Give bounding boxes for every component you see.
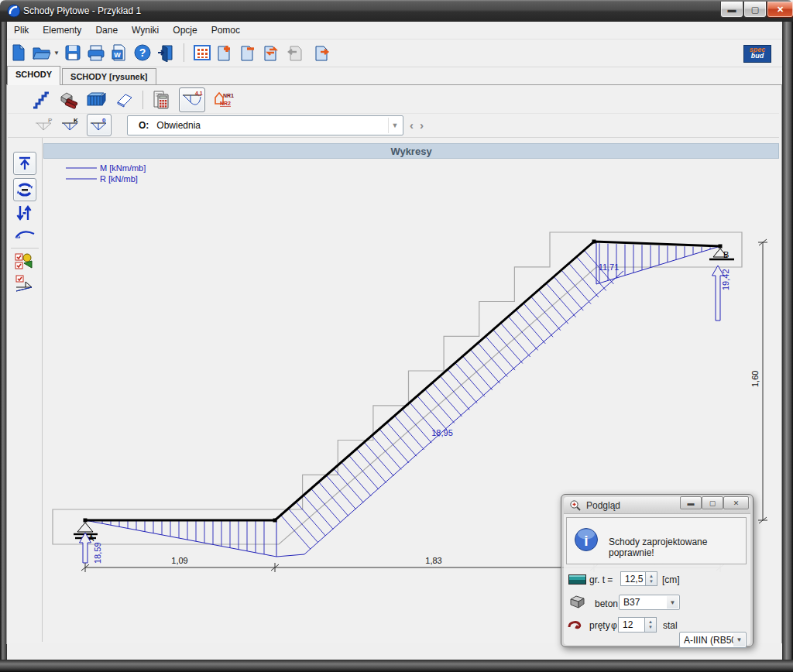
prev-diagram-chevron[interactable]: ‹ [410, 119, 414, 131]
phi-symbol: φ [611, 620, 617, 631]
dialog-close-button[interactable]: ✕ [723, 496, 749, 509]
info-icon: i [574, 527, 599, 552]
remove-element-button[interactable] [237, 42, 260, 63]
chevron-down-icon[interactable]: ▼ [733, 633, 745, 646]
remove-element-icon [239, 43, 258, 62]
dim-span2-label: 1,83 [425, 556, 441, 565]
app-icon [7, 4, 21, 18]
menu-wyniki[interactable]: Wyniki [125, 22, 166, 38]
concrete-label: beton [595, 598, 618, 609]
close-button[interactable]: ✕ [767, 2, 793, 18]
svg-text:?: ? [139, 46, 146, 59]
maximize-button[interactable]: ▢ [743, 2, 767, 18]
tab-bar: SCHODY SCHODY [rysunek] [7, 67, 782, 85]
bars-diameter-input[interactable]: 12 [618, 617, 645, 633]
bars-label: pręty [589, 620, 610, 631]
bars-spinner[interactable]: ▲▼ [645, 617, 657, 633]
eraser-button[interactable] [113, 89, 136, 111]
preview-dialog[interactable]: Podgląd ▬ ▢ ✕ i Schody zaprojektowane po… [561, 494, 754, 647]
new-document-icon [10, 43, 27, 62]
table-grid-icon [193, 44, 211, 61]
export-word-button[interactable]: W [108, 42, 131, 63]
add-element-icon [216, 43, 235, 62]
title-bar[interactable]: Schody Płytowe - Przykład 1 ▬ ▢ ✕ [0, 0, 793, 22]
dim-height-label: 1,60 [750, 371, 760, 387]
k-diagram-button[interactable]: K [59, 115, 82, 136]
next-diagram-chevron[interactable]: › [420, 119, 424, 131]
application-window: Schody Płytowe - Przykład 1 ▬ ▢ ✕ Plik E… [0, 0, 793, 672]
structure-nodes [84, 240, 723, 523]
dialog-maximize-button[interactable]: ▢ [702, 496, 723, 509]
view-toolbar [7, 138, 43, 642]
replace-element-button[interactable] [260, 42, 283, 63]
rotate-view-button[interactable] [13, 178, 36, 201]
envelope-diagram-button[interactable]: 0 [87, 114, 112, 136]
minimize-button[interactable]: ▬ [720, 2, 743, 18]
materials-button[interactable] [57, 89, 81, 111]
legend-m-label: M [kNm/mb] [100, 163, 146, 173]
new-document-button[interactable] [7, 42, 30, 63]
tab-schody-rysunek[interactable]: SCHODY [rysunek] [62, 68, 156, 85]
tab-schody[interactable]: SCHODY [7, 66, 60, 85]
scroll-top-button[interactable] [13, 152, 36, 175]
menu-pomoc[interactable]: Pomoc [204, 22, 247, 38]
thickness-spinner[interactable]: ▲▼ [646, 571, 657, 586]
word-document-icon: W [111, 43, 128, 62]
diagram-select-toolbar: P K 0 O: Obwiednia ▼ ‹ › [8, 113, 779, 138]
load-cases-button[interactable]: NR1 NR2 [211, 89, 235, 111]
chart-title: Wykresy [390, 146, 431, 157]
svg-text:W: W [114, 51, 121, 59]
undo-button[interactable] [283, 42, 307, 63]
envelope-diagram-icon: 0 [89, 116, 109, 135]
menu-elementy[interactable]: Elementy [36, 22, 88, 38]
menu-plik[interactable]: Plik [7, 22, 36, 38]
open-dropdown-caret[interactable]: ▼ [53, 50, 60, 57]
exit-button[interactable] [154, 42, 177, 63]
chevron-down-icon[interactable]: ▼ [388, 118, 401, 133]
stairs-icon [32, 91, 50, 109]
save-icon [64, 44, 81, 61]
stairs-3d-button[interactable] [85, 89, 108, 111]
reaction-a-value: 18,59 [93, 542, 102, 564]
support-curve-icon [15, 226, 35, 242]
thickness-value: 12,5 [625, 574, 643, 585]
save-button[interactable] [61, 42, 84, 63]
steel-combobox[interactable]: A-IIIN (RB500W) ▼ [679, 632, 747, 648]
add-element-button[interactable] [214, 42, 237, 63]
svg-text:i: i [584, 533, 588, 549]
p-diagram-button[interactable]: P [33, 115, 56, 136]
main-toolbar: ▼ W ? [7, 39, 782, 67]
envelope-combobox[interactable]: O: Obwiednia ▼ [127, 115, 403, 135]
svg-text:NR2: NR2 [220, 101, 231, 106]
replace-element-icon [263, 43, 281, 62]
concrete-cube-icon [569, 595, 586, 609]
stairs-toolbar: 4,1 NR1 NR2 [8, 87, 779, 114]
fit-vertical-button[interactable] [15, 204, 33, 225]
dialog-title: Podgląd [586, 500, 620, 511]
scroll-top-icon [17, 156, 33, 171]
export-element-button[interactable] [311, 42, 335, 63]
calculator-button[interactable] [149, 89, 173, 111]
materials-icon [59, 91, 79, 109]
dialog-minimize-button[interactable]: ▬ [680, 496, 702, 509]
open-document-button[interactable]: ▼ [30, 42, 61, 63]
toolbar-separator [184, 43, 184, 62]
moment-corner-value: 11,71 [599, 262, 620, 272]
browse-table-button[interactable] [191, 42, 214, 63]
chevron-down-icon[interactable]: ▼ [667, 596, 678, 609]
thickness-input[interactable]: 12,5 [620, 571, 646, 586]
stairs-geometry-button[interactable] [29, 89, 53, 111]
reaction-b-value: 19,42 [721, 269, 730, 290]
moment-flight-value: 18,95 [431, 428, 453, 437]
help-button[interactable]: ? [131, 42, 154, 63]
design-wizard-button[interactable] [15, 252, 35, 274]
slab-thickness-icon [568, 574, 586, 585]
print-button[interactable] [84, 42, 108, 63]
support-view-button[interactable] [15, 226, 35, 245]
concrete-combobox[interactable]: B37 ▼ [619, 595, 680, 610]
menu-dane[interactable]: Dane [88, 22, 125, 38]
check-diagram-button[interactable] [15, 274, 35, 296]
menu-opcje[interactable]: Opcje [166, 22, 204, 38]
moment-diagram-button[interactable]: 4,1 [179, 87, 205, 112]
undo-icon [286, 43, 304, 62]
